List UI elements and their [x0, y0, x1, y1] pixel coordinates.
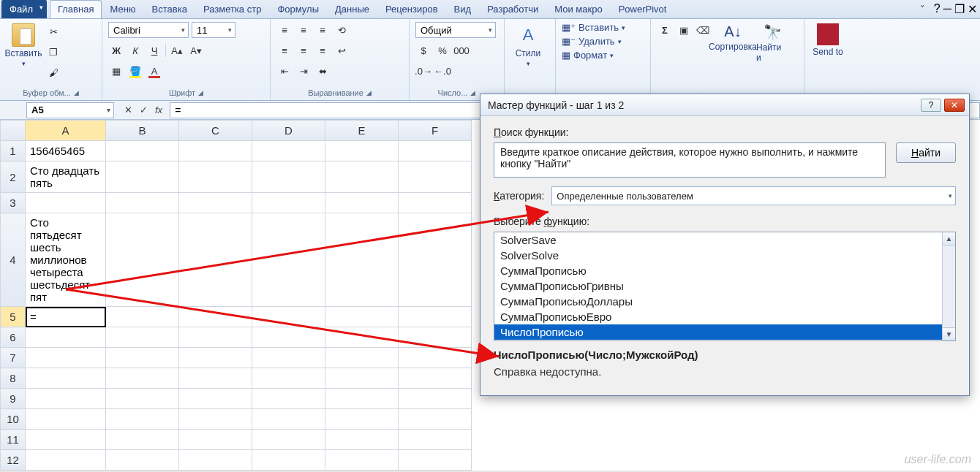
paste-button[interactable]: Вставить ▾	[6, 22, 41, 69]
cell-F6[interactable]	[399, 327, 472, 348]
cell-C7[interactable]	[179, 348, 252, 368]
cell-C6[interactable]	[179, 327, 252, 348]
increase-font-icon[interactable]: A▴	[169, 42, 185, 58]
cells-delete-button[interactable]: ▦⁻Удалить▾	[562, 36, 625, 47]
cell-B10[interactable]	[106, 409, 179, 430]
cell-D9[interactable]	[252, 389, 325, 409]
row-header-7[interactable]: 7	[1, 348, 26, 368]
cell-B5[interactable]	[106, 307, 179, 327]
cell-A7[interactable]	[26, 348, 106, 368]
cell-D12[interactable]	[252, 450, 325, 471]
row-header-5[interactable]: 5	[1, 307, 26, 327]
decrease-font-icon[interactable]: A▾	[188, 42, 204, 58]
row-header-9[interactable]: 9	[1, 389, 26, 409]
cell-D4[interactable]	[252, 213, 325, 307]
wrap-text-icon[interactable]: ↩	[333, 42, 350, 58]
window-close-button[interactable]: ✕	[968, 2, 977, 16]
align-bottom-icon[interactable]: ≡	[314, 22, 331, 38]
styles-button[interactable]: A Стили ▾	[510, 22, 546, 69]
dialog-close-button[interactable]: ✕	[944, 99, 965, 112]
row-header-6[interactable]: 6	[1, 327, 26, 348]
ribbon-minimize-icon[interactable]: ˅	[915, 1, 931, 17]
cell-F10[interactable]	[399, 409, 472, 430]
cut-icon[interactable]: ✂	[45, 23, 61, 39]
cell-B2[interactable]	[106, 161, 179, 193]
align-center-icon[interactable]: ≡	[295, 42, 312, 58]
align-left-icon[interactable]: ≡	[276, 42, 293, 58]
cell-F4[interactable]	[399, 213, 472, 307]
row-header-4[interactable]: 4	[1, 213, 26, 307]
bold-button[interactable]: Ж	[108, 42, 124, 58]
cell-A1[interactable]: 156465465	[26, 141, 106, 161]
cell-A8[interactable]	[26, 368, 106, 389]
tab-formulas[interactable]: Формулы	[269, 0, 327, 18]
row-header-12[interactable]: 12	[1, 450, 26, 471]
cell-F9[interactable]	[399, 389, 472, 409]
tab-my-macros[interactable]: Мои макро	[546, 0, 610, 18]
increase-indent-icon[interactable]: ⇥	[295, 63, 312, 79]
number-format-combo[interactable]: Общий	[415, 22, 496, 38]
cell-C11[interactable]	[179, 430, 252, 450]
row-header-10[interactable]: 10	[1, 409, 26, 430]
listbox-scrollbar[interactable]: ▲ ▼	[942, 232, 955, 340]
help-icon[interactable]: ?	[934, 2, 941, 15]
row-header-2[interactable]: 2	[1, 161, 26, 193]
col-header-A[interactable]: A	[26, 121, 106, 141]
cell-A12[interactable]	[26, 450, 106, 471]
align-right-icon[interactable]: ≡	[314, 42, 331, 58]
cell-D1[interactable]	[252, 141, 325, 161]
cell-C5[interactable]	[179, 307, 252, 327]
currency-icon[interactable]: $	[415, 42, 431, 58]
send-to-button[interactable]: Send to	[810, 22, 845, 58]
cell-B6[interactable]	[106, 327, 179, 348]
cell-D8[interactable]	[252, 368, 325, 389]
cell-D6[interactable]	[252, 327, 325, 348]
cell-A3[interactable]	[26, 193, 106, 213]
function-item[interactable]: ЧислоПрописью	[494, 324, 955, 340]
tab-home[interactable]: Главная	[50, 0, 102, 18]
tab-file[interactable]: Файл	[1, 0, 47, 18]
number-launcher-icon[interactable]: ◢	[470, 89, 475, 96]
italic-button[interactable]: К	[127, 42, 143, 58]
col-header-E[interactable]: E	[325, 121, 399, 141]
cell-F5[interactable]	[399, 307, 472, 327]
underline-button[interactable]: Ч	[146, 42, 162, 58]
col-header-D[interactable]: D	[252, 121, 325, 141]
cell-F8[interactable]	[399, 368, 472, 389]
cell-A4[interactable]: Сто пятьдесят шесть миллионов четыреста …	[26, 213, 106, 307]
function-item[interactable]: SolverSolve	[494, 248, 955, 263]
font-launcher-icon[interactable]: ◢	[198, 89, 203, 96]
clipboard-launcher-icon[interactable]: ◢	[74, 89, 79, 96]
scroll-up-icon[interactable]: ▲	[943, 232, 955, 245]
cell-B8[interactable]	[106, 368, 179, 389]
name-box[interactable]: A5	[26, 102, 114, 118]
cell-F11[interactable]	[399, 430, 472, 450]
enter-formula-icon[interactable]: ✓	[140, 104, 148, 115]
percent-icon[interactable]: %	[434, 42, 451, 58]
cell-D10[interactable]	[252, 409, 325, 430]
format-painter-icon[interactable]: 🖌	[45, 64, 61, 80]
cell-B11[interactable]	[106, 430, 179, 450]
cell-C9[interactable]	[179, 389, 252, 409]
cell-A9[interactable]	[26, 389, 106, 409]
cell-A10[interactable]	[26, 409, 106, 430]
row-header-3[interactable]: 3	[1, 193, 26, 213]
cells-format-button[interactable]: ▦Формат▾	[562, 50, 625, 61]
tab-insert[interactable]: Вставка	[144, 0, 195, 18]
font-color-icon[interactable]: A	[146, 63, 162, 79]
cell-E2[interactable]	[325, 161, 399, 193]
window-minimize-button[interactable]: ─	[943, 2, 951, 15]
cell-C3[interactable]	[179, 193, 252, 213]
merge-cells-icon[interactable]: ⬌	[314, 63, 331, 79]
col-header-C[interactable]: C	[179, 121, 252, 141]
alignment-launcher-icon[interactable]: ◢	[366, 89, 372, 96]
cell-D7[interactable]	[252, 348, 325, 368]
font-name-combo[interactable]: Calibri	[108, 22, 189, 38]
cell-E12[interactable]	[325, 450, 399, 471]
function-item[interactable]: SolverSave	[494, 232, 955, 248]
orientation-icon[interactable]: ⟲	[333, 22, 350, 38]
cell-B4[interactable]	[106, 213, 179, 307]
cell-F7[interactable]	[399, 348, 472, 368]
font-size-combo[interactable]: 11	[192, 22, 235, 38]
tab-menu[interactable]: Меню	[102, 0, 143, 18]
